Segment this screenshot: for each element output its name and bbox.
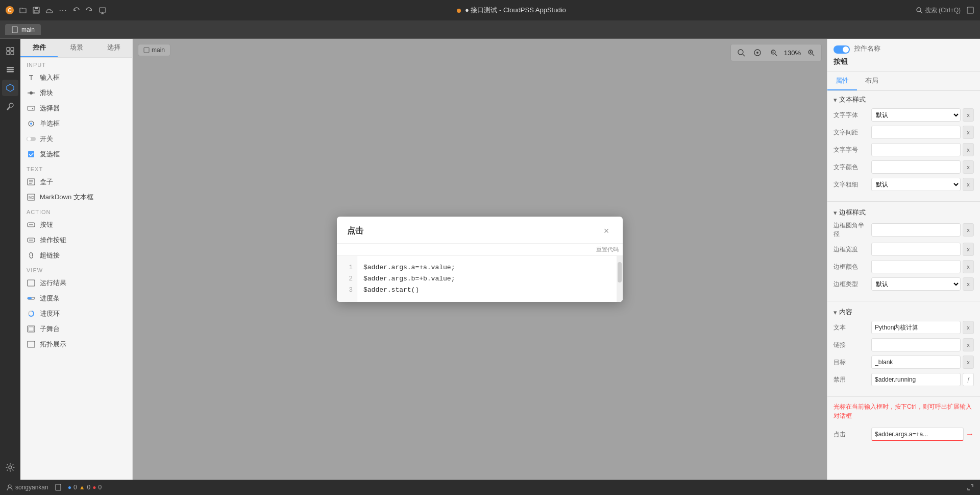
undo-icon[interactable] bbox=[71, 6, 81, 15]
border-type-select[interactable]: 默认 bbox=[871, 277, 961, 291]
comp-markdown[interactable]: MD MarkDown 文本框 bbox=[20, 190, 132, 205]
sidebar-item-layers[interactable] bbox=[2, 61, 18, 78]
code-editor[interactable]: 1 2 3 $adder.args.a=+a.value; $adder.arg… bbox=[337, 256, 623, 302]
label-font-color: 文字颜色 bbox=[834, 163, 869, 172]
comp-progress-bar[interactable]: 进度条 bbox=[20, 291, 132, 306]
text-input[interactable] bbox=[871, 321, 961, 334]
font-color-input[interactable] bbox=[871, 160, 961, 174]
label-letter-spacing: 文字间距 bbox=[834, 128, 869, 137]
window-icon[interactable] bbox=[966, 6, 975, 15]
comp-checkbox[interactable]: 复选框 bbox=[20, 147, 132, 162]
scrollbar-track[interactable] bbox=[617, 256, 623, 302]
border-type-input: 默认 bbox=[871, 277, 961, 291]
disabled-input[interactable] bbox=[871, 373, 961, 386]
font-family-x[interactable]: x bbox=[963, 108, 974, 122]
font-family-input: 默认 bbox=[871, 108, 961, 122]
tab-main[interactable]: main bbox=[5, 24, 41, 35]
label-click: 点击 bbox=[834, 430, 869, 439]
link-input[interactable] bbox=[871, 338, 961, 351]
comp-radio[interactable]: 单选框 bbox=[20, 116, 132, 131]
letter-spacing-x[interactable]: x bbox=[963, 126, 974, 139]
app-logo[interactable]: C bbox=[5, 6, 14, 15]
label-font-weight: 文字粗细 bbox=[834, 180, 869, 189]
border-width-input[interactable] bbox=[871, 243, 961, 256]
border-width-x[interactable]: x bbox=[963, 243, 974, 256]
comp-run-result[interactable]: 运行结果 bbox=[20, 275, 132, 291]
font-size-x[interactable]: x bbox=[963, 143, 974, 156]
label-border-radius: 边框圆角半径 bbox=[834, 221, 869, 239]
search-area[interactable]: 搜索 (Ctrl+Q) bbox=[916, 6, 961, 15]
props-tab-layout[interactable]: 布局 bbox=[857, 72, 887, 90]
sidebar-item-wrench[interactable] bbox=[2, 98, 18, 114]
sidebar-item-components[interactable] bbox=[2, 80, 18, 96]
font-color-x[interactable]: x bbox=[963, 160, 974, 174]
props-section-title-content: ▾ 内容 bbox=[834, 308, 974, 317]
save-icon[interactable] bbox=[32, 6, 41, 15]
scrollbar-thumb[interactable] bbox=[618, 262, 622, 282]
text-x[interactable]: x bbox=[963, 321, 974, 334]
comp-button[interactable]: 按钮 bbox=[20, 217, 132, 232]
border-radius-input[interactable] bbox=[871, 223, 961, 237]
bottom-expand-icon[interactable] bbox=[967, 484, 974, 491]
progress-ring-icon bbox=[27, 309, 36, 318]
props-row-border-color: 边框颜色 x bbox=[834, 260, 974, 273]
panel-tab-controls[interactable]: 控件 bbox=[20, 39, 58, 57]
props-toggle[interactable] bbox=[834, 45, 850, 54]
target-input[interactable] bbox=[871, 356, 961, 369]
topbar: C ⋯ ● 接口测试 - CloudPSS AppStudio 搜索 (Ctrl… bbox=[0, 0, 980, 20]
svg-rect-5 bbox=[100, 8, 106, 12]
comp-hyperlink[interactable]: 超链接 bbox=[20, 248, 132, 263]
comp-input-box[interactable]: T 输入框 bbox=[20, 70, 132, 85]
progress-bar-icon bbox=[27, 294, 36, 303]
comp-sub-stage[interactable]: 子舞台 bbox=[20, 321, 132, 337]
link-x[interactable]: x bbox=[963, 338, 974, 351]
comp-action-button[interactable]: 操作按钮 bbox=[20, 232, 132, 248]
comp-box[interactable]: 盒子 bbox=[20, 174, 132, 190]
folder-icon[interactable] bbox=[18, 6, 28, 15]
sidebar-item-grid[interactable] bbox=[2, 43, 18, 59]
button-icon bbox=[27, 220, 36, 229]
comp-slider[interactable]: 滑块 bbox=[20, 85, 132, 101]
comp-switch[interactable]: 开关 bbox=[20, 131, 132, 147]
letter-spacing-input[interactable] bbox=[871, 126, 961, 139]
modal-close-btn[interactable]: × bbox=[600, 225, 612, 237]
section-input: INPUT bbox=[20, 58, 132, 70]
font-size-input[interactable] bbox=[871, 143, 961, 156]
more-icon[interactable]: ⋯ bbox=[58, 6, 67, 15]
click-arrow[interactable]: → bbox=[966, 430, 974, 439]
disabled-fx[interactable]: ƒ bbox=[963, 373, 974, 386]
screen-icon[interactable] bbox=[98, 6, 107, 15]
font-family-select[interactable]: 默认 bbox=[871, 108, 961, 122]
props-row-click: 点击 → bbox=[834, 428, 974, 441]
click-input[interactable] bbox=[871, 428, 964, 441]
target-x[interactable]: x bbox=[963, 356, 974, 369]
font-weight-x[interactable]: x bbox=[963, 178, 974, 191]
file-icon bbox=[55, 484, 62, 491]
props-section-content: ▾ 内容 文本 x 链接 x 目标 x 禁用 bbox=[827, 303, 980, 394]
panel-tab-select[interactable]: 选择 bbox=[95, 39, 132, 57]
label-font-family: 文字字体 bbox=[834, 111, 869, 120]
modal-dialog: 点击 × 重置代码 1 2 3 bbox=[337, 217, 623, 302]
border-color-input[interactable] bbox=[871, 260, 961, 273]
cloud-icon[interactable] bbox=[45, 6, 54, 15]
font-weight-select[interactable]: 默认 bbox=[871, 178, 961, 191]
comp-topology[interactable]: 拓扑展示 bbox=[20, 337, 132, 352]
radio-icon bbox=[27, 119, 36, 128]
run-result-icon bbox=[27, 278, 36, 288]
reset-code-btn[interactable]: 重置代码 bbox=[596, 246, 619, 253]
panel-tabs: 控件 场景 选择 bbox=[20, 39, 132, 58]
props-row-border-type: 边框类型 默认 x bbox=[834, 277, 974, 291]
sidebar-item-settings[interactable] bbox=[2, 459, 18, 476]
props-section-border: ▾ 边框样式 边框圆角半径 x 边框宽度 x 边框颜色 x 边框类型 bbox=[827, 204, 980, 299]
svg-rect-38 bbox=[28, 280, 35, 286]
comp-selector[interactable]: 选择器 bbox=[20, 101, 132, 116]
border-type-x[interactable]: x bbox=[963, 277, 974, 291]
props-tab-attribute[interactable]: 属性 bbox=[827, 72, 857, 90]
redo-icon[interactable] bbox=[85, 6, 94, 15]
panel-tab-scene[interactable]: 场景 bbox=[58, 39, 95, 57]
icon-sidebar bbox=[0, 39, 20, 480]
dot-indicator bbox=[457, 7, 463, 14]
comp-progress-ring[interactable]: 进度环 bbox=[20, 306, 132, 321]
border-color-x[interactable]: x bbox=[963, 260, 974, 273]
border-radius-x[interactable]: x bbox=[963, 223, 974, 237]
